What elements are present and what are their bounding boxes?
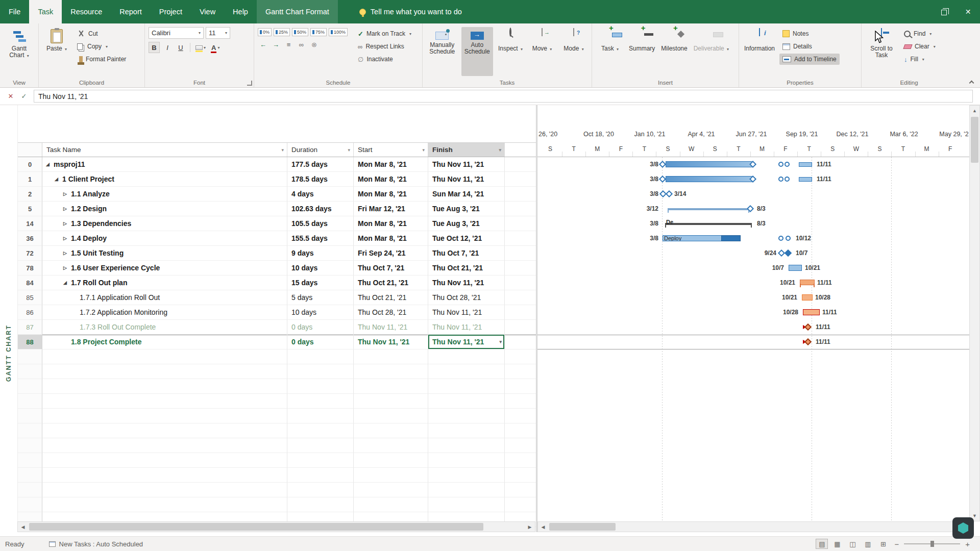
- italic-button[interactable]: I: [162, 42, 173, 53]
- percent-complete-button[interactable]: 25%: [274, 28, 290, 36]
- column-header-start[interactable]: Start▾: [354, 143, 428, 157]
- chart-vertical-scrollbar[interactable]: [969, 105, 980, 521]
- start-cell[interactable]: [354, 453, 428, 468]
- cancel-edit-button[interactable]: [4, 90, 17, 103]
- task-bar[interactable]: [789, 265, 802, 271]
- table-row[interactable]: 851.7.1 Application Roll Out5 daysThu Oc…: [18, 290, 536, 305]
- task-bar[interactable]: [721, 235, 741, 241]
- duration-cell[interactable]: 9 days: [287, 246, 354, 261]
- task-bar[interactable]: [802, 294, 813, 300]
- chart-vscroll-track[interactable]: [970, 116, 979, 511]
- task-usage-view-shortcut[interactable]: [831, 539, 843, 549]
- insert-milestone-button[interactable]: Milestone: [659, 27, 689, 76]
- task-bar[interactable]: [666, 176, 752, 182]
- empty-table-row[interactable]: [18, 423, 536, 438]
- duration-cell[interactable]: [287, 423, 354, 438]
- start-cell[interactable]: Thu Oct 7, '21: [354, 261, 428, 276]
- task-name-cell[interactable]: [42, 438, 287, 453]
- collapse-triangle-icon[interactable]: ◢: [63, 280, 67, 285]
- finish-cell[interactable]: Thu Nov 11, '21: [428, 305, 505, 320]
- percent-complete-button[interactable]: 50%: [292, 28, 308, 36]
- empty-table-row[interactable]: [18, 379, 536, 394]
- column-header-finish[interactable]: Finish▾: [428, 143, 505, 157]
- column-header-task-name[interactable]: Task Name▾: [42, 143, 287, 157]
- insert-summary-button[interactable]: Summary: [627, 27, 656, 76]
- finish-cell[interactable]: [428, 483, 505, 497]
- task-name-cell[interactable]: ▷1.6 User Experience Cycle: [42, 261, 287, 276]
- finish-cell[interactable]: [428, 468, 505, 483]
- table-row[interactable]: 5▷1.2 Design102.63 daysFri Mar 12, '21Tu…: [18, 202, 536, 216]
- finish-cell[interactable]: Thu Oct 21, '21: [428, 261, 505, 276]
- expand-triangle-icon[interactable]: ▷: [63, 206, 67, 211]
- table-scroll-track[interactable]: [28, 522, 525, 532]
- row-number-cell[interactable]: 2: [18, 187, 42, 202]
- start-cell[interactable]: Mon Mar 8, '21: [354, 172, 428, 187]
- duration-cell[interactable]: 4 days: [287, 187, 354, 202]
- menu-tab-report[interactable]: Report: [111, 0, 151, 23]
- row-number-cell[interactable]: 78: [18, 261, 42, 276]
- mode-button[interactable]: Mode ▾: [559, 27, 588, 76]
- start-cell[interactable]: [354, 349, 428, 364]
- details-button[interactable]: Details: [779, 41, 840, 52]
- task-name-cell[interactable]: [42, 468, 287, 483]
- filter-chevron-icon[interactable]: ▾: [499, 147, 501, 153]
- start-cell[interactable]: Mon Mar 8, '21: [354, 157, 428, 172]
- task-bar[interactable]: [666, 161, 752, 167]
- finish-cell[interactable]: Thu Oct 7, '21: [428, 246, 505, 261]
- finish-cell[interactable]: [428, 394, 505, 409]
- new-tasks-status[interactable]: New Tasks : Auto Scheduled: [49, 540, 143, 548]
- unlink-tasks-icon[interactable]: [309, 40, 320, 49]
- milestone-diamond[interactable]: [666, 190, 673, 197]
- bold-button[interactable]: B: [149, 42, 160, 53]
- font-name-select[interactable]: Calibri▾: [149, 27, 204, 39]
- duration-cell[interactable]: 5 days: [287, 290, 354, 305]
- chart-scroll-track[interactable]: [548, 522, 959, 532]
- empty-table-row[interactable]: [18, 483, 536, 497]
- chart-scroll-thumb[interactable]: [549, 523, 616, 531]
- task-name-cell[interactable]: ▷1.1 Analyze: [42, 187, 287, 202]
- empty-table-row[interactable]: [18, 349, 536, 364]
- finish-cell[interactable]: Thu Nov 11, '21: [428, 276, 505, 290]
- start-cell[interactable]: Mon Mar 8, '21: [354, 231, 428, 246]
- edit-bar-input[interactable]: [34, 90, 973, 103]
- duration-cell[interactable]: 0 days: [287, 335, 354, 349]
- filter-chevron-icon[interactable]: ▾: [422, 147, 425, 153]
- scroll-to-task-button[interactable]: Scroll to Task: [865, 27, 898, 76]
- finish-cell[interactable]: [428, 409, 505, 423]
- finish-cell[interactable]: Thu Oct 28, '21: [428, 290, 505, 305]
- confirm-edit-button[interactable]: [17, 90, 31, 103]
- task-name-cell[interactable]: ▷1.3 Dependencies: [42, 216, 287, 231]
- empty-table-row[interactable]: [18, 438, 536, 453]
- row-number-cell[interactable]: 5: [18, 202, 42, 216]
- finish-cell[interactable]: Tue Aug 3, '21: [428, 216, 505, 231]
- row-number-cell[interactable]: [18, 438, 42, 453]
- table-row[interactable]: 0◢msproj11177.5 daysMon Mar 8, '21Thu No…: [18, 157, 536, 172]
- milestone-diamond[interactable]: [659, 161, 666, 168]
- row-number-cell[interactable]: 87: [18, 320, 42, 335]
- start-cell[interactable]: Thu Oct 21, '21: [354, 276, 428, 290]
- finish-cell[interactable]: Tue Aug 3, '21: [428, 202, 505, 216]
- filter-chevron-icon[interactable]: ▾: [281, 147, 284, 153]
- gantt-view-shortcut[interactable]: [816, 539, 828, 549]
- row-number-cell[interactable]: [18, 409, 42, 423]
- finish-cell[interactable]: [428, 364, 505, 379]
- start-cell[interactable]: [354, 438, 428, 453]
- table-row[interactable]: 1◢1 Client Project178.5 daysMon Mar 8, '…: [18, 172, 536, 187]
- duration-cell[interactable]: [287, 497, 354, 512]
- task-name-cell[interactable]: [42, 497, 287, 512]
- task-name-cell[interactable]: 1.7.3 Roll Out Complete: [42, 320, 287, 335]
- manual-summary-bar[interactable]: [800, 280, 815, 285]
- duration-cell[interactable]: 102.63 days: [287, 202, 354, 216]
- percent-complete-button[interactable]: 100%: [329, 28, 348, 36]
- unscheduled-circle[interactable]: [778, 177, 783, 182]
- table-row[interactable]: 78▷1.6 User Experience Cycle10 daysThu O…: [18, 261, 536, 276]
- summary-bar[interactable]: [665, 223, 752, 225]
- split-task-icon[interactable]: [283, 40, 294, 49]
- outdent-task-icon[interactable]: [258, 40, 268, 49]
- row-number-cell[interactable]: [18, 483, 42, 497]
- duration-cell[interactable]: 105.5 days: [287, 216, 354, 231]
- insert-deliverable-button[interactable]: Deliverable ▾: [692, 27, 730, 76]
- table-row[interactable]: 861.7.2 Application Monitoring10 daysThu…: [18, 305, 536, 320]
- expand-triangle-icon[interactable]: ▷: [63, 191, 67, 196]
- resource-sheet-view-shortcut[interactable]: [862, 539, 874, 549]
